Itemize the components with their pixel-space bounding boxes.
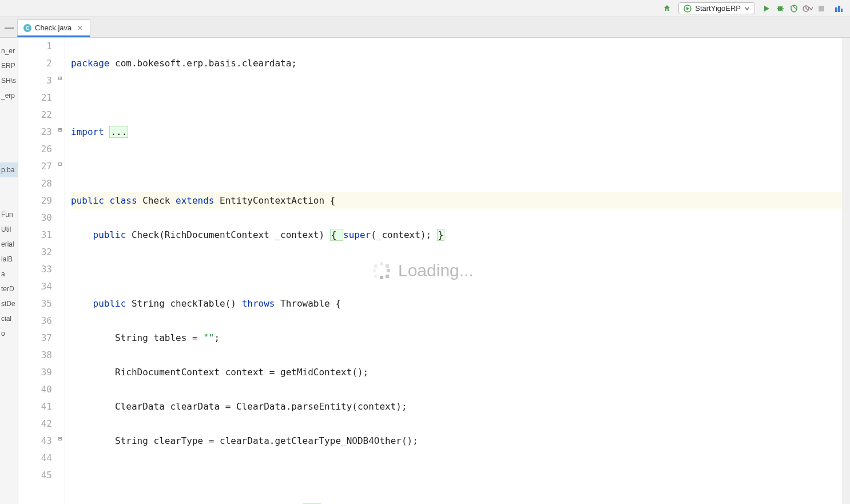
sidebar-item[interactable]: stDe bbox=[0, 296, 18, 311]
java-class-icon: C bbox=[23, 24, 31, 32]
svg-line-10 bbox=[806, 9, 808, 10]
svg-line-7 bbox=[782, 10, 783, 11]
svg-line-4 bbox=[778, 6, 779, 7]
stop-icon[interactable] bbox=[816, 3, 827, 14]
fold-icon[interactable]: ⊞ bbox=[57, 76, 63, 81]
sidebar-item[interactable] bbox=[0, 103, 18, 118]
sidebar-item[interactable]: Fun bbox=[0, 207, 18, 222]
editor-tab-check-java[interactable]: C Check.java ✕ bbox=[17, 19, 90, 37]
sidebar-item[interactable]: p.ba bbox=[0, 162, 18, 177]
attach-icon[interactable] bbox=[833, 3, 844, 14]
fold-icon[interactable]: ⊟ bbox=[57, 436, 63, 442]
svg-rect-14 bbox=[841, 9, 843, 12]
sidebar-item[interactable]: SH\s bbox=[0, 73, 18, 88]
editor-tabbar: — C Check.java ✕ bbox=[0, 17, 850, 38]
sidebar-item[interactable]: Util bbox=[0, 222, 18, 237]
close-icon[interactable]: ✕ bbox=[77, 24, 83, 32]
profile-icon[interactable] bbox=[802, 3, 813, 14]
fold-icon[interactable]: ⊞ bbox=[57, 127, 63, 133]
tab-filename: Check.java bbox=[35, 23, 72, 32]
run-config-label: StartYigoERP bbox=[695, 4, 741, 13]
sidebar-item[interactable]: erial bbox=[0, 237, 18, 252]
coverage-icon[interactable] bbox=[788, 3, 800, 14]
sidebar-item[interactable]: ERP bbox=[0, 58, 18, 73]
sidebar-item[interactable]: o bbox=[0, 326, 18, 341]
sidebar-item[interactable] bbox=[0, 177, 18, 192]
sidebar-item[interactable]: a bbox=[0, 267, 18, 281]
svg-rect-12 bbox=[835, 7, 837, 12]
svg-rect-11 bbox=[819, 6, 824, 11]
sidebar-item[interactable] bbox=[0, 118, 18, 133]
svg-rect-13 bbox=[838, 6, 840, 12]
sidebar-item[interactable] bbox=[0, 192, 18, 207]
sidebar-item[interactable] bbox=[0, 148, 18, 162]
sidebar-item[interactable]: cial bbox=[0, 311, 18, 326]
sidebar-item[interactable]: terD bbox=[0, 281, 18, 296]
main-toolbar: StartYigoERP bbox=[0, 0, 850, 17]
fold-icon[interactable]: ⊟ bbox=[57, 161, 63, 167]
svg-line-6 bbox=[778, 10, 779, 11]
line-number-gutter[interactable]: 1 2 3 21 22 23 26 27 28 29 30 31 32 33 3… bbox=[18, 38, 65, 504]
project-sidebar[interactable]: n_er ERP SH\s _erp p.ba Fun Util erial i… bbox=[0, 38, 18, 504]
sidebar-item[interactable] bbox=[0, 133, 18, 148]
run-configuration-dropdown[interactable]: StartYigoERP bbox=[678, 2, 755, 14]
sidebar-item[interactable]: ialB bbox=[0, 252, 18, 267]
code-editor[interactable]: 1 2 3 21 22 23 26 27 28 29 30 31 32 33 3… bbox=[18, 38, 850, 504]
code-content[interactable]: package com.bokesoft.erp.basis.cleardata… bbox=[65, 38, 850, 504]
svg-line-5 bbox=[782, 6, 783, 7]
build-icon[interactable] bbox=[661, 3, 673, 14]
run-icon[interactable] bbox=[761, 3, 772, 14]
debug-icon[interactable] bbox=[774, 3, 786, 14]
hide-tool-window-icon[interactable]: — bbox=[5, 23, 14, 33]
editor-scrollbar[interactable] bbox=[842, 38, 850, 504]
sidebar-item[interactable]: n_er bbox=[0, 43, 18, 58]
sidebar-item[interactable]: _erp bbox=[0, 88, 18, 103]
